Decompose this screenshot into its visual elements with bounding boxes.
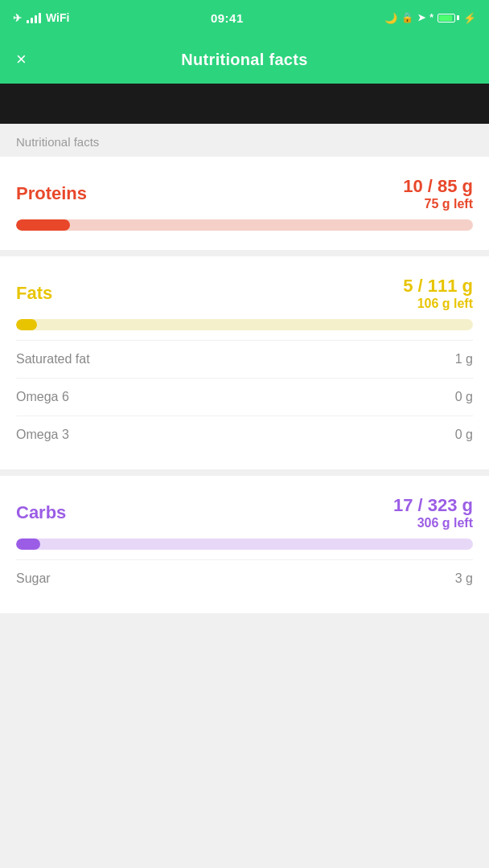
fats-card: Fats 5 / 111 g 106 g left Saturated fat … [0, 256, 489, 469]
omega3-value: 0 g [455, 428, 473, 442]
status-left-icons: ✈ WiFi [13, 11, 69, 24]
bolt-icon: ⚡ [463, 12, 476, 24]
status-right-icons: 🌙 🔒 ➤ * ⚡ [384, 12, 476, 24]
carbs-progress-fill [16, 538, 40, 550]
signal-icon [27, 12, 41, 23]
close-button[interactable]: × [16, 51, 27, 68]
bluetooth-icon: * [429, 12, 434, 23]
proteins-values: 10 / 85 g 75 g left [403, 176, 473, 211]
lock-icon: 🔒 [401, 12, 413, 23]
fats-sub-items: Saturated fat 1 g Omega 6 0 g Omega 3 0 … [16, 340, 473, 453]
proteins-header: Proteins 10 / 85 g 75 g left [16, 176, 473, 211]
status-time: 09:41 [211, 11, 244, 25]
omega3-label: Omega 3 [16, 428, 69, 442]
fats-label: Fats [16, 283, 52, 304]
proteins-amount: 10 / 85 g [403, 176, 473, 197]
fats-progress-track [16, 319, 473, 330]
carbs-amount: 17 / 323 g [393, 495, 473, 516]
fats-progress-fill [16, 319, 37, 330]
carbs-values: 17 / 323 g 306 g left [393, 495, 473, 530]
list-item: Omega 6 0 g [16, 378, 473, 416]
wifi-icon: WiFi [46, 11, 69, 24]
fats-header: Fats 5 / 111 g 106 g left [16, 276, 473, 311]
status-bar: ✈ WiFi 09:41 🌙 🔒 ➤ * ⚡ [0, 0, 489, 35]
fats-left: 106 g left [403, 297, 473, 311]
carbs-header: Carbs 17 / 323 g 306 g left [16, 495, 473, 530]
carbs-card: Carbs 17 / 323 g 306 g left Sugar 3 g [0, 476, 489, 613]
omega6-value: 0 g [455, 390, 473, 404]
saturated-fat-label: Saturated fat [16, 352, 90, 366]
list-item: Omega 3 0 g [16, 416, 473, 453]
plane-icon: ✈ [13, 12, 22, 24]
section-label: Nutritional facts [0, 124, 489, 157]
sugar-label: Sugar [16, 571, 51, 586]
header: × Nutritional facts [0, 35, 489, 84]
food-image [0, 84, 489, 124]
saturated-fat-value: 1 g [455, 352, 473, 366]
proteins-progress-track [16, 219, 473, 231]
battery-icon [438, 14, 459, 23]
carbs-sub-items: Sugar 3 g [16, 559, 473, 597]
location-icon: ➤ [417, 12, 425, 23]
page-title: Nutritional facts [181, 51, 307, 69]
omega6-label: Omega 6 [16, 390, 69, 404]
sugar-value: 3 g [455, 571, 473, 586]
carbs-progress-track [16, 538, 473, 550]
proteins-card: Proteins 10 / 85 g 75 g left [0, 157, 489, 250]
carbs-label: Carbs [16, 502, 66, 523]
list-item: Sugar 3 g [16, 559, 473, 597]
moon-icon: 🌙 [384, 12, 397, 24]
list-item: Saturated fat 1 g [16, 340, 473, 378]
carbs-left: 306 g left [393, 516, 473, 530]
proteins-label: Proteins [16, 183, 87, 204]
proteins-left: 75 g left [403, 197, 473, 211]
fats-amount: 5 / 111 g [403, 276, 473, 297]
proteins-progress-fill [16, 219, 70, 231]
fats-values: 5 / 111 g 106 g left [403, 276, 473, 311]
